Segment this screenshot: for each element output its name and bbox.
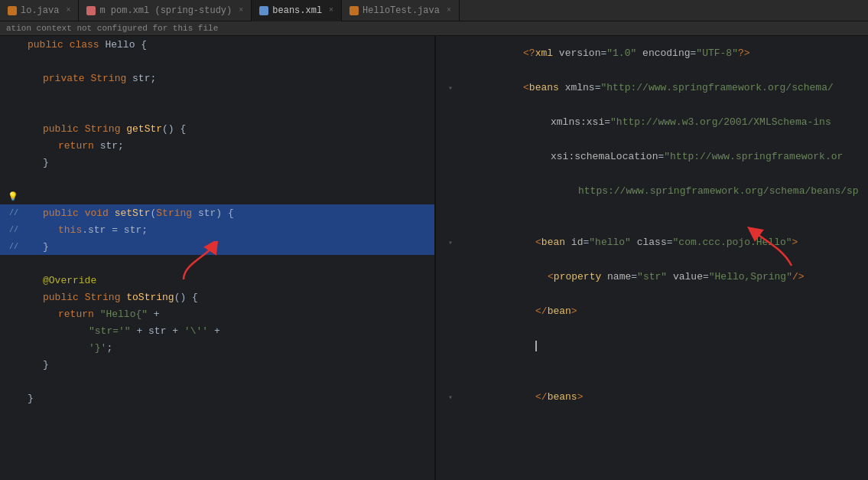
code-line-8: } [0, 154, 434, 171]
tab-close-beans[interactable]: × [329, 6, 333, 15]
xml-line-5: https://www.springframework.org/schema/b… [436, 174, 868, 208]
arrow-right [730, 220, 807, 276]
gutter-11: // [0, 209, 21, 217]
xml-content-10 [457, 328, 868, 363]
xml-line-12: ▾ </beans> [436, 380, 868, 414]
xml-editor[interactable]: <?xml version="1.0" encoding="UTF-8"?> ▾… [436, 36, 868, 480]
tab-label-hello: lo.java [21, 5, 59, 16]
line-content-10 [21, 191, 434, 202]
line-content-6: public String getStr() { [21, 123, 434, 135]
code-line-21 [0, 373, 434, 390]
gutter-12: // [0, 226, 21, 234]
code-line-7: return str; [0, 137, 434, 154]
xml-content-11 [457, 366, 868, 377]
xml-content-12: </beans> [457, 380, 868, 414]
line-content-2 [21, 56, 434, 67]
line-content-17: return "Hello{" + [21, 309, 434, 320]
xml-code-area: <?xml version="1.0" encoding="UTF-8"?> ▾… [436, 36, 868, 480]
xml-content-2: <beans xmlns="http://www.springframework… [457, 70, 868, 105]
xml-gutter-12: ▾ [436, 393, 457, 402]
code-line-9 [0, 171, 434, 188]
code-line-12: // this.str = str; [0, 221, 434, 238]
code-line-17: return "Hello{" + [0, 305, 434, 322]
xml-line-11 [436, 363, 868, 380]
line-content-9 [21, 174, 434, 185]
tab-close-hellotest[interactable]: × [447, 6, 451, 15]
line-content-1: public class Hello { [21, 39, 434, 51]
hellotest-icon [349, 6, 359, 15]
line-content-5 [21, 106, 434, 118]
main-area: public class Hello { private String str; [0, 36, 868, 480]
tab-close-hello[interactable]: × [66, 6, 70, 15]
code-line-3: private String str; [0, 70, 434, 87]
code-line-6: public String getStr() { [0, 120, 434, 137]
xml-line-3: xmlns:xsi="http://www.w3.org/2001/XMLSch… [436, 105, 868, 139]
xml-line-4: xsi:schemaLocation="http://www.springfra… [436, 139, 868, 174]
code-line-18: "str='" + str + '\'' + [0, 322, 434, 339]
code-line-5 [0, 103, 434, 120]
code-line-2 [0, 53, 434, 70]
notification-text: ation context not configured for this fi… [6, 24, 218, 33]
tab-pom-xml[interactable]: m pom.xml (spring-study) × [79, 0, 252, 21]
tab-label-beans: beans.xml [272, 5, 322, 16]
line-content-18: "str='" + str + '\'' + [21, 325, 434, 337]
line-content-8: } [21, 157, 434, 168]
code-line-16: public String toString() { [0, 289, 434, 305]
gutter-10: 💡 [0, 191, 21, 201]
tab-close-pom[interactable]: × [239, 6, 243, 15]
notification-bar: ation context not configured for this fi… [0, 21, 868, 36]
xml-content-9: </bean> [457, 294, 868, 328]
tab-label-hellotest: HelloTest.java [362, 5, 440, 16]
xml-line-2: ▾ <beans xmlns="http://www.springframewo… [436, 70, 868, 105]
line-content-7: return str; [21, 140, 434, 152]
code-line-11: // public void setStr(String str) { [0, 204, 434, 221]
xml-line-10 [436, 328, 868, 363]
line-content-20: } [21, 359, 434, 371]
java-code-area: public class Hello { private String str; [0, 36, 434, 480]
code-line-20: } [0, 356, 434, 373]
tab-bar: lo.java × m pom.xml (spring-study) × bea… [0, 0, 868, 21]
line-content-22: } [21, 393, 434, 404]
tab-hellotest-java[interactable]: HelloTest.java × [342, 0, 460, 21]
maven-icon [86, 6, 96, 15]
code-line-10: 💡 [0, 188, 434, 204]
xml-content-3: xmlns:xsi="http://www.w3.org/2001/XMLSch… [457, 105, 868, 139]
tab-label-pom: m pom.xml (spring-study) [99, 5, 232, 16]
tab-beans-xml[interactable]: beans.xml × [252, 0, 342, 21]
gutter-13: // [0, 243, 21, 251]
line-content-16: public String toString() { [21, 292, 434, 303]
line-content-12: this.str = str; [21, 224, 434, 236]
code-line-4 [0, 87, 434, 103]
tab-hello-java[interactable]: lo.java × [0, 0, 79, 21]
line-content-3: private String str; [21, 73, 434, 84]
line-content-4 [21, 90, 434, 101]
xml-gutter-7: ▾ [436, 238, 457, 247]
java-icon [8, 6, 17, 15]
line-content-19: '}'; [21, 342, 434, 354]
code-line-1: public class Hello { [0, 36, 434, 53]
xml-line-9: </bean> [436, 294, 868, 328]
xml-gutter-2: ▾ [436, 83, 457, 93]
xml-content-5: https://www.springframework.org/schema/b… [457, 174, 868, 208]
text-cursor [535, 341, 537, 351]
xml-line-1: <?xml version="1.0" encoding="UTF-8"?> [436, 36, 868, 70]
code-line-19: '}'; [0, 339, 434, 356]
xml-content-1: <?xml version="1.0" encoding="UTF-8"?> [457, 36, 868, 70]
arrow-left [168, 241, 229, 290]
line-content-21 [21, 376, 434, 387]
xml-content-4: xsi:schemaLocation="http://www.springfra… [457, 139, 868, 174]
java-editor[interactable]: public class Hello { private String str; [0, 36, 436, 480]
code-line-22: } [0, 390, 434, 407]
beans-icon [259, 6, 268, 15]
line-content-11: public void setStr(String str) { [21, 207, 434, 219]
